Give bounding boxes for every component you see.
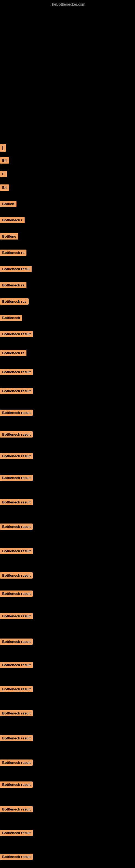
bottleneck-label[interactable]: B4: [0, 157, 9, 163]
bottleneck-label[interactable]: Bottleneck result: [0, 475, 33, 481]
bottleneck-label-container: Bottlen: [0, 201, 16, 208]
bottleneck-label-container: Bottleneck ra: [0, 282, 27, 289]
bottleneck-label-container: [: [0, 144, 6, 153]
bottleneck-label[interactable]: Bottleneck result: [0, 388, 33, 394]
bottleneck-label-container: Bottleneck result: [0, 453, 33, 460]
bottleneck-label[interactable]: Bottleneck result: [0, 572, 33, 579]
bottleneck-label[interactable]: [: [0, 144, 6, 152]
bottleneck-label-container: Bottleneck result: [0, 499, 33, 506]
bottleneck-label-container: Bottleneck resul: [0, 266, 32, 273]
bottleneck-label[interactable]: Bottleneck result: [0, 431, 33, 437]
site-title: TheBottlenecker.com: [50, 2, 85, 6]
bottleneck-label[interactable]: Bottleneck result: [0, 524, 33, 530]
bottleneck-label[interactable]: Bottleneck result: [0, 499, 33, 505]
bottleneck-label-container: Bottleneck result: [0, 639, 33, 646]
bottleneck-label-container: B4: [0, 184, 9, 192]
bottleneck-label-container: Bottleneck result: [0, 590, 33, 598]
bottleneck-label[interactable]: Bottleneck result: [0, 331, 33, 337]
bottleneck-label-container: Bottleneck result: [0, 686, 33, 693]
bottleneck-label-container: Bottleneck result: [0, 781, 33, 789]
bottleneck-label-container: Bottleneck result: [0, 410, 33, 417]
bottleneck-label[interactable]: Bottleneck re: [0, 350, 27, 356]
bottleneck-label[interactable]: Bottleneck result: [0, 590, 33, 597]
bottleneck-label-container: Bottlene: [0, 233, 18, 241]
bottleneck-label[interactable]: Bottleneck result: [0, 613, 33, 619]
bottleneck-label-container: Bottleneck result: [0, 710, 33, 717]
bottleneck-label-container: Bottleneck res: [0, 299, 29, 306]
bottleneck-label-container: Bottleneck result: [0, 369, 33, 376]
bottleneck-label[interactable]: Bottleneck re: [0, 250, 27, 256]
bottleneck-label[interactable]: Bottleneck result: [0, 854, 33, 860]
bottleneck-label-container: Bottleneck result: [0, 388, 33, 395]
bottleneck-label[interactable]: Bottleneck result: [0, 369, 33, 375]
bottleneck-label-container: Bottleneck r: [0, 217, 25, 224]
bottleneck-label[interactable]: B4: [0, 184, 9, 191]
bottleneck-label-container: Bottleneck result: [0, 548, 33, 555]
bottleneck-label-container: Bottleneck result: [0, 613, 33, 620]
bottleneck-label[interactable]: Bottleneck result: [0, 548, 33, 554]
bottleneck-label[interactable]: Bottleneck result: [0, 806, 33, 812]
bottleneck-label[interactable]: Bottleneck result: [0, 453, 33, 459]
bottleneck-label[interactable]: Bottleneck result: [0, 781, 33, 788]
bottleneck-label-container: Bottleneck result: [0, 830, 33, 837]
bottleneck-label[interactable]: Bottleneck result: [0, 735, 33, 741]
bottleneck-label-container: Bottleneck result: [0, 331, 33, 338]
bottleneck-label-container: E: [0, 171, 7, 178]
bottleneck-label-container: Bottleneck result: [0, 524, 33, 531]
bottleneck-label[interactable]: Bottleneck result: [0, 639, 33, 645]
bottleneck-label-container: Bottleneck result: [0, 806, 33, 813]
bottleneck-label[interactable]: Bottleneck res: [0, 299, 29, 305]
bottleneck-label-container: Bottleneck result: [0, 572, 33, 580]
bottleneck-label[interactable]: Bottlene: [0, 233, 18, 240]
bottleneck-label-container: Bottleneck: [0, 315, 22, 322]
bottleneck-label[interactable]: Bottleneck result: [0, 830, 33, 836]
bottleneck-label-container: Bottleneck result: [0, 735, 33, 742]
bottleneck-label-container: Bottleneck result: [0, 662, 33, 669]
bottleneck-label[interactable]: E: [0, 171, 7, 177]
bottleneck-label[interactable]: Bottleneck result: [0, 710, 33, 716]
bottleneck-label-container: Bottleneck result: [0, 475, 33, 482]
bottleneck-label[interactable]: Bottleneck: [0, 315, 22, 321]
bottleneck-label[interactable]: Bottleneck result: [0, 760, 33, 766]
bottleneck-label-container: Bottleneck result: [0, 760, 33, 767]
bottleneck-label[interactable]: Bottleneck resul: [0, 266, 32, 272]
bottleneck-label-container: Bottleneck result: [0, 431, 33, 439]
bottleneck-label[interactable]: Bottleneck r: [0, 217, 25, 223]
bottleneck-label-container: Bottleneck re: [0, 250, 27, 257]
bottleneck-label-container: Bottleneck result: [0, 854, 33, 861]
bottleneck-label[interactable]: Bottleneck ra: [0, 282, 27, 288]
bottleneck-label-container: B4: [0, 157, 9, 165]
bottleneck-label[interactable]: Bottleneck result: [0, 686, 33, 692]
bottleneck-label[interactable]: Bottleneck result: [0, 410, 33, 416]
bottleneck-label[interactable]: Bottlen: [0, 201, 16, 207]
bottleneck-label-container: Bottleneck re: [0, 350, 27, 357]
bottleneck-label[interactable]: Bottleneck result: [0, 662, 33, 668]
